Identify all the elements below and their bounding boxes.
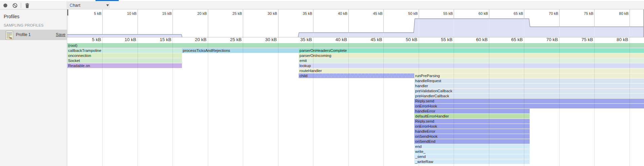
svg-text:%: % [9, 36, 12, 40]
